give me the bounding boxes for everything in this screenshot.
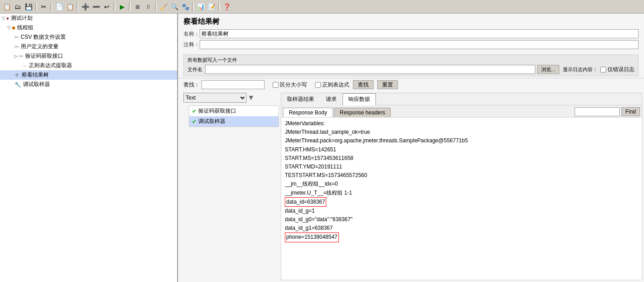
add-btn[interactable]: ➕	[80, 2, 90, 12]
log-btn[interactable]: 📝	[206, 2, 216, 12]
name-row: 名称：	[183, 29, 639, 38]
find-input[interactable]	[575, 107, 620, 116]
tree-item-regex[interactable]: → 正则表达式提取器	[0, 61, 177, 70]
tab-response-data[interactable]: 响应数据	[343, 93, 376, 105]
right-header: 察看结果树 名称： 注释：	[178, 14, 644, 53]
search-bar: 查找： 区分大小写 正则表达式 查找 重置	[178, 78, 644, 91]
paste-btn[interactable]: 📋	[65, 2, 75, 12]
tree-item-verify-api[interactable]: ▷ ✂ 验证码获取接口	[0, 51, 177, 61]
save-btn[interactable]: 💾	[23, 2, 33, 12]
browse-button[interactable]: 浏览...	[537, 65, 559, 74]
file-name-input[interactable]	[205, 65, 535, 74]
result-item-label: 验证码获取接口	[198, 107, 236, 115]
sep7	[192, 2, 194, 11]
tab-sampler-result[interactable]: 取样器结果	[281, 93, 320, 105]
zoom-btn[interactable]: 🔍	[169, 2, 179, 12]
tree-item-test-plan[interactable]: ▽ ● 测试计划	[0, 14, 177, 23]
regex-label[interactable]: 正则表达式	[311, 81, 349, 89]
display-log-label: 显示日志内容：	[563, 66, 598, 73]
only-error-checkbox-label[interactable]: 仅错误日志	[600, 66, 635, 73]
find-row: Find	[575, 107, 640, 117]
tree-item-result-tree[interactable]: 👁 察看结果树	[0, 70, 177, 80]
detail-pane: 取样器结果 请求 响应数据 Response Body Response hea…	[281, 93, 642, 280]
scissors-icon2: ✂	[14, 44, 19, 50]
format-selector-row: Text HTML JSON XML Regexp Tester ▼	[183, 93, 279, 103]
reset-button[interactable]: 重置	[377, 80, 398, 89]
tree-label: 线程组	[17, 24, 33, 32]
expand-icon2: ▷	[14, 54, 18, 59]
format-dropdown-icon[interactable]: ▼	[247, 94, 255, 102]
copy-btn[interactable]: 📄	[54, 2, 64, 12]
content-area[interactable]: JMeterVariables:JMeterThread.last_sample…	[281, 118, 642, 280]
new-btn[interactable]: 📋	[2, 2, 12, 12]
content-line: data_id=638367	[285, 197, 638, 207]
expand-icon: ▽	[2, 16, 5, 21]
regex-checkbox[interactable]	[315, 82, 321, 88]
main-tabs-row: 取样器结果 请求 响应数据	[281, 93, 642, 105]
case-sensitive-checkbox[interactable]	[273, 82, 279, 88]
remove-btn[interactable]: ➖	[91, 2, 101, 12]
tree-label: 调试取样器	[23, 81, 50, 88]
content-line: data_id_g0="data":"638367"	[285, 215, 638, 224]
eye-icon: 👁	[14, 72, 20, 78]
scissors-icon: ✂	[14, 34, 19, 41]
sub-tab-response-body[interactable]: Response Body	[283, 108, 333, 117]
result-item-verify-api[interactable]: ✔ 验证码获取接口	[189, 106, 279, 116]
tree-label: 验证码获取接口	[25, 52, 63, 60]
tree-item-debug-sampler[interactable]: 🔧 调试取样器	[0, 80, 177, 89]
tree-label: 正则表达式提取器	[29, 62, 72, 69]
result-item-debug[interactable]: ✔ 调试取样器	[189, 116, 279, 127]
right-panel: 察看结果树 名称： 注释： 所有数据写入一个文件 文件名 浏览... 显示日志内…	[178, 14, 644, 282]
find-content-button[interactable]: Find	[621, 107, 640, 116]
content-line: JMeterVariables:	[285, 119, 638, 128]
content-line: START.HMS=142651	[285, 146, 638, 154]
expand-icon: ▽	[7, 25, 11, 30]
sep5	[129, 2, 131, 11]
sub-tabs-row: Response Body Response headers Find	[281, 105, 642, 118]
find-button[interactable]: 查找	[353, 80, 374, 89]
result-item-label2: 调试取样器	[198, 118, 225, 125]
tab-request[interactable]: 请求	[320, 93, 343, 105]
content-line: START.YMD=20191111	[285, 163, 638, 171]
search-input[interactable]	[201, 80, 265, 89]
tree-item-csv[interactable]: ✂ CSV 数据文件设置	[0, 32, 177, 42]
dot-icon: ●	[6, 16, 9, 21]
file-row: 文件名 浏览... 显示日志内容： 仅错误日志	[187, 65, 635, 74]
search-label: 查找：	[183, 81, 200, 89]
file-section-title: 所有数据写入一个文件	[187, 57, 635, 64]
result-tree-pane: ✔ 验证码获取接口 ✔ 调试取样器	[189, 105, 279, 127]
sub-tab-response-headers[interactable]: Response headers	[334, 108, 391, 117]
pause-btn[interactable]: ⏸	[143, 2, 153, 12]
tree-label: 测试计划	[11, 14, 32, 22]
comment-input[interactable]	[200, 40, 639, 49]
sep8	[218, 2, 220, 11]
clear-btn[interactable]: 🧹	[159, 2, 169, 12]
check-icon-verify: ✔	[192, 108, 196, 114]
tree-label: 用户定义的变量	[21, 43, 59, 50]
format-selector[interactable]: Text HTML JSON XML Regexp Tester	[183, 93, 247, 103]
help-btn[interactable]: ❓	[222, 2, 232, 12]
sep4	[114, 2, 115, 11]
name-input[interactable]	[200, 29, 639, 38]
settings-btn[interactable]: 🐾	[180, 2, 190, 12]
run-btn[interactable]: ▶	[117, 2, 127, 12]
scissors-icon3: ✂	[19, 53, 23, 59]
main-layout: ▽ ● 测试计划 ▽ ◆ 线程组 ✂ CSV 数据文件设置 ✂ 用户定义的变量 …	[0, 14, 644, 282]
tree-label: CSV 数据文件设置	[21, 33, 66, 41]
only-error-checkbox[interactable]	[600, 67, 606, 73]
tree-item-user-vars[interactable]: ✂ 用户定义的变量	[0, 42, 177, 51]
stop-btn[interactable]: ⏹	[132, 2, 142, 12]
content-line: JMeterThread.pack=org.apache.jmeter.thre…	[285, 136, 638, 145]
split-area: Text HTML JSON XML Regexp Tester ▼ ✔ 验证码…	[178, 91, 644, 282]
chart-btn[interactable]: 📊	[196, 2, 206, 12]
left-panel: ▽ ● 测试计划 ▽ ◆ 线程组 ✂ CSV 数据文件设置 ✂ 用户定义的变量 …	[0, 14, 178, 282]
file-name-label: 文件名	[187, 66, 202, 73]
content-line: __jm__线程组__idx=0	[285, 180, 638, 188]
sep1	[35, 2, 37, 11]
tree-item-thread-group[interactable]: ▽ ◆ 线程组	[0, 23, 177, 32]
cut-btn[interactable]: ✂	[39, 2, 49, 12]
case-sensitive-label[interactable]: 区分大小写	[269, 81, 307, 89]
open-btn[interactable]: 🗂	[13, 2, 23, 12]
content-line: JMeterThread.last_sample_ok=true	[285, 128, 638, 136]
undo-btn[interactable]: ↩	[102, 2, 112, 12]
